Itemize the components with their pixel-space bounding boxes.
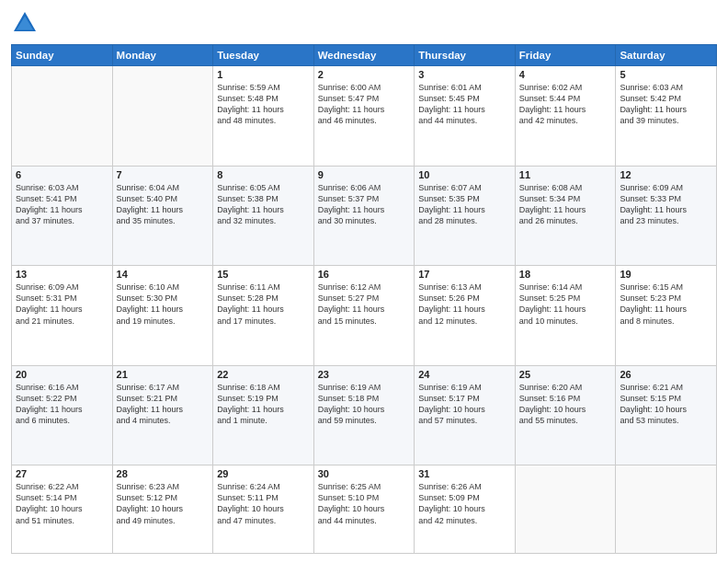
calendar-cell: 20Sunrise: 6:16 AM Sunset: 5:22 PM Dayli… bbox=[12, 365, 113, 465]
day-number: 19 bbox=[620, 269, 712, 280]
calendar-cell: 18Sunrise: 6:14 AM Sunset: 5:25 PM Dayli… bbox=[515, 266, 616, 366]
day-number: 13 bbox=[16, 269, 108, 280]
day-info: Sunrise: 6:14 AM Sunset: 5:25 PM Dayligh… bbox=[519, 282, 612, 327]
day-number: 29 bbox=[217, 468, 310, 479]
day-info: Sunrise: 6:19 AM Sunset: 5:18 PM Dayligh… bbox=[318, 382, 411, 427]
day-info: Sunrise: 6:22 AM Sunset: 5:14 PM Dayligh… bbox=[16, 481, 108, 526]
day-number: 23 bbox=[318, 369, 411, 380]
calendar-cell bbox=[12, 66, 113, 167]
day-number: 26 bbox=[620, 369, 712, 380]
day-number: 9 bbox=[318, 169, 411, 180]
day-info: Sunrise: 6:05 AM Sunset: 5:38 PM Dayligh… bbox=[217, 182, 310, 227]
day-number: 27 bbox=[16, 468, 108, 479]
day-info: Sunrise: 6:16 AM Sunset: 5:22 PM Dayligh… bbox=[16, 382, 108, 427]
day-info: Sunrise: 6:02 AM Sunset: 5:44 PM Dayligh… bbox=[519, 82, 612, 127]
day-header: Tuesday bbox=[213, 45, 314, 66]
day-number: 10 bbox=[418, 169, 511, 180]
day-info: Sunrise: 6:23 AM Sunset: 5:12 PM Dayligh… bbox=[117, 481, 210, 526]
day-info: Sunrise: 6:19 AM Sunset: 5:17 PM Dayligh… bbox=[418, 382, 511, 427]
day-header: Wednesday bbox=[313, 45, 415, 66]
calendar-cell: 7Sunrise: 6:04 AM Sunset: 5:40 PM Daylig… bbox=[112, 166, 213, 266]
day-info: Sunrise: 6:24 AM Sunset: 5:11 PM Dayligh… bbox=[217, 481, 310, 526]
calendar-cell: 11Sunrise: 6:08 AM Sunset: 5:34 PM Dayli… bbox=[515, 166, 616, 266]
day-info: Sunrise: 6:25 AM Sunset: 5:10 PM Dayligh… bbox=[318, 481, 411, 526]
day-number: 20 bbox=[16, 369, 108, 380]
calendar-cell: 24Sunrise: 6:19 AM Sunset: 5:17 PM Dayli… bbox=[415, 365, 516, 465]
logo bbox=[11, 9, 42, 37]
day-number: 7 bbox=[117, 169, 210, 180]
calendar-cell: 28Sunrise: 6:23 AM Sunset: 5:12 PM Dayli… bbox=[112, 465, 213, 554]
day-number: 16 bbox=[318, 269, 411, 280]
day-header: Thursday bbox=[415, 45, 516, 66]
day-number: 22 bbox=[217, 369, 310, 380]
calendar-table: SundayMondayTuesdayWednesdayThursdayFrid… bbox=[11, 44, 717, 554]
day-number: 12 bbox=[620, 169, 712, 180]
calendar-cell: 2Sunrise: 6:00 AM Sunset: 5:47 PM Daylig… bbox=[313, 66, 415, 167]
day-info: Sunrise: 6:10 AM Sunset: 5:30 PM Dayligh… bbox=[117, 282, 210, 327]
day-number: 1 bbox=[217, 69, 310, 80]
day-info: Sunrise: 6:07 AM Sunset: 5:35 PM Dayligh… bbox=[418, 182, 511, 227]
day-header: Saturday bbox=[616, 45, 717, 66]
day-info: Sunrise: 6:13 AM Sunset: 5:26 PM Dayligh… bbox=[418, 282, 511, 327]
day-number: 11 bbox=[519, 169, 612, 180]
day-info: Sunrise: 6:09 AM Sunset: 5:33 PM Dayligh… bbox=[620, 182, 712, 227]
day-number: 4 bbox=[519, 69, 612, 80]
day-number: 2 bbox=[318, 69, 411, 80]
page: SundayMondayTuesdayWednesdayThursdayFrid… bbox=[0, 0, 728, 563]
day-number: 6 bbox=[16, 169, 108, 180]
day-number: 28 bbox=[117, 468, 210, 479]
calendar-cell: 23Sunrise: 6:19 AM Sunset: 5:18 PM Dayli… bbox=[313, 365, 415, 465]
calendar-cell: 3Sunrise: 6:01 AM Sunset: 5:45 PM Daylig… bbox=[415, 66, 516, 167]
calendar-cell: 1Sunrise: 5:59 AM Sunset: 5:48 PM Daylig… bbox=[213, 66, 314, 167]
day-info: Sunrise: 6:20 AM Sunset: 5:16 PM Dayligh… bbox=[519, 382, 612, 427]
day-info: Sunrise: 6:09 AM Sunset: 5:31 PM Dayligh… bbox=[16, 282, 108, 327]
calendar-cell: 13Sunrise: 6:09 AM Sunset: 5:31 PM Dayli… bbox=[12, 266, 113, 366]
day-info: Sunrise: 6:01 AM Sunset: 5:45 PM Dayligh… bbox=[418, 82, 511, 127]
calendar-cell: 29Sunrise: 6:24 AM Sunset: 5:11 PM Dayli… bbox=[213, 465, 314, 554]
day-header: Friday bbox=[515, 45, 616, 66]
day-header: Monday bbox=[112, 45, 213, 66]
day-number: 31 bbox=[418, 468, 511, 479]
day-info: Sunrise: 6:03 AM Sunset: 5:42 PM Dayligh… bbox=[620, 82, 712, 127]
day-number: 3 bbox=[418, 69, 511, 80]
logo-icon bbox=[11, 9, 39, 37]
day-info: Sunrise: 6:08 AM Sunset: 5:34 PM Dayligh… bbox=[519, 182, 612, 227]
day-info: Sunrise: 6:26 AM Sunset: 5:09 PM Dayligh… bbox=[418, 481, 511, 526]
calendar-cell: 14Sunrise: 6:10 AM Sunset: 5:30 PM Dayli… bbox=[112, 266, 213, 366]
day-number: 18 bbox=[519, 269, 612, 280]
day-info: Sunrise: 5:59 AM Sunset: 5:48 PM Dayligh… bbox=[217, 82, 310, 127]
calendar-cell: 15Sunrise: 6:11 AM Sunset: 5:28 PM Dayli… bbox=[213, 266, 314, 366]
day-info: Sunrise: 6:06 AM Sunset: 5:37 PM Dayligh… bbox=[318, 182, 411, 227]
day-info: Sunrise: 6:21 AM Sunset: 5:15 PM Dayligh… bbox=[620, 382, 712, 427]
day-info: Sunrise: 6:03 AM Sunset: 5:41 PM Dayligh… bbox=[16, 182, 108, 227]
calendar-cell: 26Sunrise: 6:21 AM Sunset: 5:15 PM Dayli… bbox=[616, 365, 717, 465]
day-number: 17 bbox=[418, 269, 511, 280]
calendar-cell bbox=[515, 465, 616, 554]
calendar-cell: 22Sunrise: 6:18 AM Sunset: 5:19 PM Dayli… bbox=[213, 365, 314, 465]
day-number: 8 bbox=[217, 169, 310, 180]
calendar-cell: 5Sunrise: 6:03 AM Sunset: 5:42 PM Daylig… bbox=[616, 66, 717, 167]
calendar-cell: 17Sunrise: 6:13 AM Sunset: 5:26 PM Dayli… bbox=[415, 266, 516, 366]
day-info: Sunrise: 6:00 AM Sunset: 5:47 PM Dayligh… bbox=[318, 82, 411, 127]
day-number: 21 bbox=[117, 369, 210, 380]
day-number: 25 bbox=[519, 369, 612, 380]
day-info: Sunrise: 6:12 AM Sunset: 5:27 PM Dayligh… bbox=[318, 282, 411, 327]
day-number: 5 bbox=[620, 69, 712, 80]
calendar-cell: 27Sunrise: 6:22 AM Sunset: 5:14 PM Dayli… bbox=[12, 465, 113, 554]
header bbox=[11, 9, 717, 37]
calendar-cell: 10Sunrise: 6:07 AM Sunset: 5:35 PM Dayli… bbox=[415, 166, 516, 266]
calendar-cell: 16Sunrise: 6:12 AM Sunset: 5:27 PM Dayli… bbox=[313, 266, 415, 366]
day-info: Sunrise: 6:11 AM Sunset: 5:28 PM Dayligh… bbox=[217, 282, 310, 327]
calendar-cell bbox=[616, 465, 717, 554]
calendar-cell: 12Sunrise: 6:09 AM Sunset: 5:33 PM Dayli… bbox=[616, 166, 717, 266]
calendar-cell: 9Sunrise: 6:06 AM Sunset: 5:37 PM Daylig… bbox=[313, 166, 415, 266]
calendar-cell: 19Sunrise: 6:15 AM Sunset: 5:23 PM Dayli… bbox=[616, 266, 717, 366]
calendar-cell: 31Sunrise: 6:26 AM Sunset: 5:09 PM Dayli… bbox=[415, 465, 516, 554]
day-info: Sunrise: 6:15 AM Sunset: 5:23 PM Dayligh… bbox=[620, 282, 712, 327]
day-number: 30 bbox=[318, 468, 411, 479]
calendar-cell bbox=[112, 66, 213, 167]
day-number: 14 bbox=[117, 269, 210, 280]
calendar-cell: 4Sunrise: 6:02 AM Sunset: 5:44 PM Daylig… bbox=[515, 66, 616, 167]
calendar-cell: 30Sunrise: 6:25 AM Sunset: 5:10 PM Dayli… bbox=[313, 465, 415, 554]
calendar-cell: 6Sunrise: 6:03 AM Sunset: 5:41 PM Daylig… bbox=[12, 166, 113, 266]
